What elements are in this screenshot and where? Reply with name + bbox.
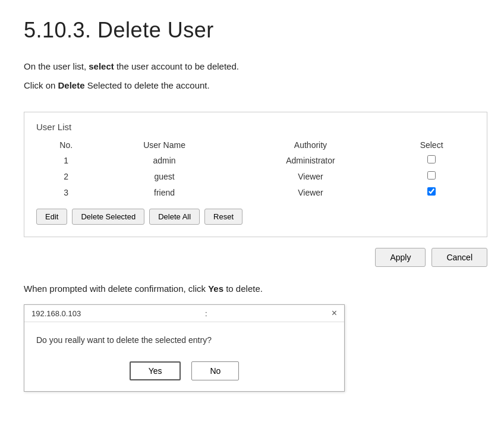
action-buttons: Edit Delete Selected Delete All Reset [36,209,475,225]
user-list-title: User List [36,122,475,132]
col-select: Select [388,138,475,152]
dialog-box: 192.168.0.103 : × Do you really want to … [24,304,345,392]
table-row: 2 guest Viewer [36,168,475,184]
dialog-body: Do you really want to delete the selecte… [24,322,344,355]
dialog-buttons: Yes No [24,355,344,391]
cell-name: admin [96,152,232,168]
delete-all-button[interactable]: Delete All [149,209,200,225]
apply-cancel-row: Apply Cancel [24,248,487,267]
page-title: 5.10.3. Delete User [24,18,480,43]
user-list-section: User List No. User Name Authority Select… [24,112,487,237]
cell-select[interactable] [388,168,475,184]
cell-authority: Viewer [233,168,388,184]
user-table: No. User Name Authority Select 1 admin A… [36,138,475,200]
cell-no: 2 [36,168,96,184]
dialog-header: 192.168.0.103 : × [24,305,344,322]
edit-button[interactable]: Edit [36,209,67,225]
intro-line2: Click on Delete Selected to delete the a… [24,78,480,93]
confirm-text: When prompted with delete confirmation, … [24,284,480,294]
intro-line1: On the user list, select the user accoun… [24,59,480,74]
apply-button[interactable]: Apply [375,248,426,267]
dialog-colon: : [205,309,207,318]
col-no: No. [36,138,96,152]
cell-no: 1 [36,152,96,168]
dialog-yes-button[interactable]: Yes [130,361,181,380]
table-row: 1 admin Administrator [36,152,475,168]
col-authority: Authority [233,138,388,152]
cell-authority: Administrator [233,152,388,168]
dialog-close-button[interactable]: × [332,309,337,318]
table-row: 3 friend Viewer [36,184,475,200]
cell-name: guest [96,168,232,184]
cell-select[interactable] [388,184,475,200]
col-username: User Name [96,138,232,152]
dialog-ip: 192.168.0.103 [32,309,81,318]
cell-select[interactable] [388,152,475,168]
select-checkbox-2[interactable] [427,171,436,180]
dialog-no-button[interactable]: No [191,361,239,380]
select-checkbox-1[interactable] [427,155,436,163]
cell-name: friend [96,184,232,200]
cancel-button[interactable]: Cancel [431,248,487,267]
delete-selected-button[interactable]: Delete Selected [72,209,144,225]
cell-authority: Viewer [233,184,388,200]
cell-no: 3 [36,184,96,200]
select-checkbox-3[interactable] [427,187,436,196]
reset-button[interactable]: Reset [204,209,242,225]
dialog-message: Do you really want to delete the selecte… [36,335,212,345]
